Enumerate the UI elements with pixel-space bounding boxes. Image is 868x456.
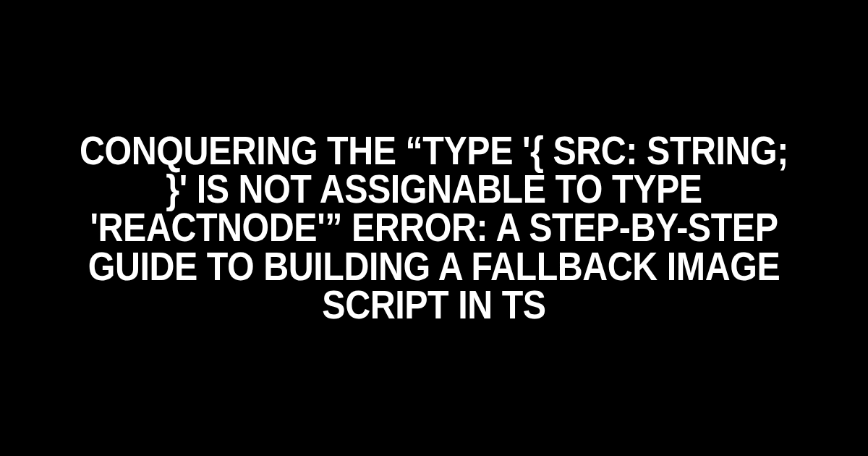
page-title: Conquering the “Type '{ src: string; }' … [52,132,816,325]
